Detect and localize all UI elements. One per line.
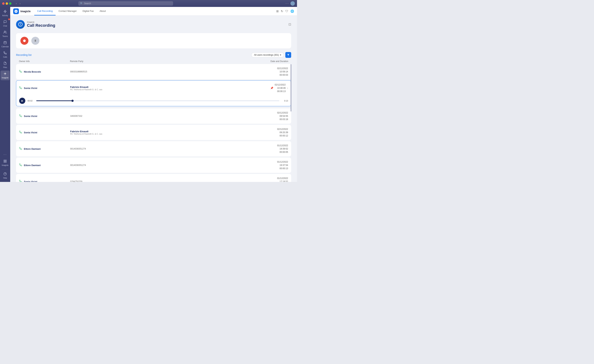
sidebar-item-help[interactable]: Help	[0, 171, 10, 181]
audio-player: ▶ 00:02 0:13	[19, 98, 288, 104]
sidebar-item-files[interactable]: Files	[0, 60, 10, 70]
filter-button[interactable]	[285, 52, 291, 58]
sidebar-item-more[interactable]: ···	[0, 151, 10, 157]
app-logo: Imagicle	[13, 8, 31, 14]
tab-contact-manager[interactable]: Contact Manager	[56, 7, 80, 15]
more-options-icon[interactable]: ···	[285, 2, 289, 5]
sidebar-item-apps[interactable]: Imagicle	[0, 158, 10, 168]
remote-name: Fabrizio Einaudi	[70, 86, 248, 88]
shield-button[interactable]: 🛡	[285, 10, 288, 13]
recording-row[interactable]: Sonia Vicini Fabrizio Einaudi RC Telefon…	[16, 125, 291, 140]
title-bar: ‹ › 🔍 ···	[0, 0, 297, 7]
date: 02/12/2022	[248, 128, 288, 131]
recording-row[interactable]: Sonia Vicini 3493097332 02/12/2022 09:54…	[16, 108, 291, 124]
page-subtitle: Imagicle	[27, 21, 55, 23]
date: 01/12/2022	[248, 144, 288, 147]
chevron-right-icon[interactable]: ›	[287, 86, 288, 90]
progress-fill	[36, 100, 73, 101]
date: 01/12/2022	[248, 160, 288, 163]
pause-button[interactable]: ⏸	[31, 37, 39, 45]
search-input[interactable]	[84, 2, 171, 5]
sidebar-item-activity[interactable]: Activity	[0, 8, 10, 18]
owner-name: Nicola Boscolo	[24, 70, 41, 73]
files-icon	[3, 62, 7, 66]
sidebar-item-label: Chat	[3, 25, 7, 27]
recording-row[interactable]: Nicola Boscolo 00033188860515 02/12/2022…	[16, 64, 291, 79]
activity-icon	[3, 10, 7, 14]
date: 02/12/2022	[248, 67, 288, 70]
pin-icon[interactable]: 📌	[270, 86, 273, 90]
play-button[interactable]: ▶	[19, 98, 25, 104]
recording-row[interactable]: Ettore Damiani 0014038351274 01/12/2022 …	[16, 141, 291, 156]
search-bar[interactable]: 🔍	[78, 1, 173, 6]
avatar[interactable]	[290, 1, 295, 6]
grid-view-button[interactable]: ⊞	[276, 9, 279, 13]
recording-controls: ⏸	[16, 33, 291, 48]
time: 17:18:52	[248, 180, 288, 182]
expand-button[interactable]: ⊡	[288, 22, 291, 26]
sidebar-item-label: Teams	[2, 35, 8, 37]
svg-rect-8	[6, 162, 6, 162]
time: 09:54:55	[248, 114, 288, 118]
sidebar-item-teams[interactable]: Teams	[0, 29, 10, 39]
app-layout: Activity 1 Chat Teams Calendar Cal	[0, 7, 297, 182]
close-button[interactable]	[2, 2, 5, 5]
remote-party: 0014038351274	[70, 164, 248, 166]
remote-party: Fabrizio Einaudi RC Telefonia di Rastrel…	[70, 130, 248, 135]
owner-info: Nicola Boscolo	[19, 70, 70, 73]
apps-icon	[3, 160, 7, 164]
recording-row[interactable]: Sonia Vicini Fabrizio Einaudi RC Telefon…	[16, 80, 291, 96]
progress-bar[interactable]	[36, 100, 279, 101]
duration: 00:00:03	[248, 73, 288, 77]
tab-about[interactable]: About	[97, 7, 108, 15]
sidebar-item-label: Calendar	[1, 46, 9, 48]
owner-name: Sonia Vicini	[24, 180, 37, 182]
app-header: Imagicle Call Recording Contact Manager …	[10, 7, 297, 16]
current-time: 00:02	[27, 100, 34, 102]
owner-name: Sonia Vicini	[24, 131, 37, 134]
teams-icon	[3, 31, 7, 35]
chat-badge: 1	[8, 18, 10, 20]
page-header: Imagicle Call Recording ⊡	[16, 20, 291, 29]
refresh-button[interactable]: ↻	[281, 9, 283, 13]
remote-company: RC Telefonia di Rastrelli G. & C. sas	[70, 133, 248, 135]
back-button[interactable]: ‹	[15, 2, 18, 5]
list-scrollbar[interactable]	[290, 64, 291, 182]
forward-button[interactable]: ›	[19, 2, 22, 5]
call-incoming-icon	[19, 180, 22, 182]
remote-number: 00033188860515	[70, 70, 248, 73]
date-duration: 02/12/2022 09:54:55 00:03:18	[248, 111, 288, 121]
remote-number: 0294750259	[70, 180, 248, 182]
filter-dropdown[interactable]: All users recordings (301) ▾	[251, 52, 284, 58]
minimize-button[interactable]	[6, 2, 8, 5]
sidebar-item-chat[interactable]: 1 Chat	[0, 19, 10, 28]
globe-button[interactable]: 🌐	[290, 9, 294, 13]
owner-info: Ettore Damiani	[19, 163, 70, 167]
list-scrollbar-thumb	[291, 64, 291, 111]
imagicle-icon	[3, 72, 7, 76]
tab-call-recording[interactable]: Call Recording	[34, 7, 56, 15]
sidebar-item-calls[interactable]: Calls	[0, 50, 10, 59]
sidebar-item-imagicle[interactable]: Imagicle	[0, 71, 10, 80]
remote-party: Fabrizio Einaudi RC Telefonia di Rastrel…	[70, 86, 248, 91]
chat-icon	[3, 20, 7, 24]
time: 09:20:39	[248, 131, 288, 134]
maximize-button[interactable]	[9, 2, 12, 5]
svg-rect-7	[6, 160, 6, 161]
remote-number: 3493097332	[70, 115, 248, 117]
search-icon: 🔍	[80, 2, 83, 5]
sidebar-item-label: Imagicle	[2, 164, 8, 166]
sidebar-item-calendar[interactable]: Calendar	[0, 39, 10, 49]
record-icon	[23, 39, 26, 42]
chevron-down-icon: ▾	[280, 54, 281, 56]
recording-row[interactable]: Sonia Vicini 0294750259 01/12/2022 17:18…	[16, 174, 291, 182]
more-icon: ···	[3, 153, 7, 156]
call-incoming-icon	[19, 70, 22, 73]
record-button[interactable]	[20, 37, 28, 45]
header-owner-info: Owner Info	[19, 60, 70, 63]
remote-number: 0014038351274	[70, 148, 248, 150]
time: 10:59:14	[248, 70, 288, 73]
tab-digital-fax[interactable]: Digital Fax	[80, 7, 97, 15]
recording-row[interactable]: Ettore Damiani 0014038351274 01/12/2022 …	[16, 157, 291, 173]
app-logo-icon	[13, 8, 19, 14]
